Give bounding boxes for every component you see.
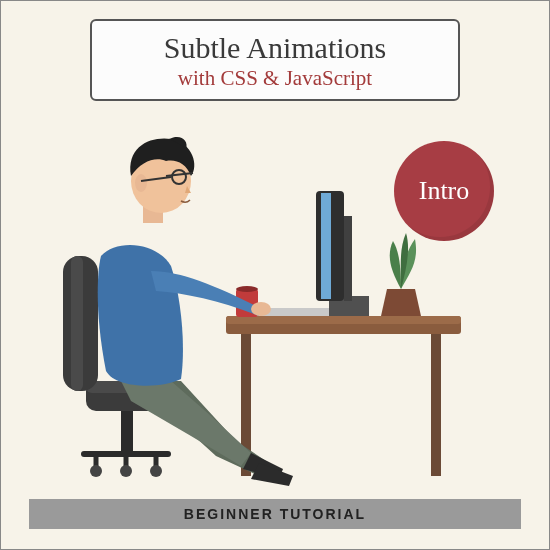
svg-point-23 bbox=[251, 302, 271, 316]
footer-bar: BEGINNER TUTORIAL bbox=[29, 499, 521, 529]
svg-point-5 bbox=[120, 465, 132, 477]
title-sub: with CSS & JavaScript bbox=[92, 66, 458, 91]
illustration-person-at-desk bbox=[1, 121, 550, 491]
svg-rect-15 bbox=[226, 316, 461, 324]
footer-label: BEGINNER TUTORIAL bbox=[184, 506, 366, 522]
title-card: Subtle Animations with CSS & JavaScript bbox=[90, 19, 460, 101]
svg-rect-7 bbox=[121, 411, 133, 456]
svg-point-22 bbox=[236, 286, 258, 292]
title-main: Subtle Animations bbox=[92, 31, 458, 64]
svg-point-26 bbox=[135, 174, 147, 192]
svg-rect-20 bbox=[344, 216, 352, 301]
svg-rect-19 bbox=[321, 193, 331, 299]
svg-point-4 bbox=[90, 465, 102, 477]
svg-rect-11 bbox=[71, 256, 83, 391]
svg-rect-13 bbox=[431, 331, 441, 476]
svg-point-6 bbox=[150, 465, 162, 477]
